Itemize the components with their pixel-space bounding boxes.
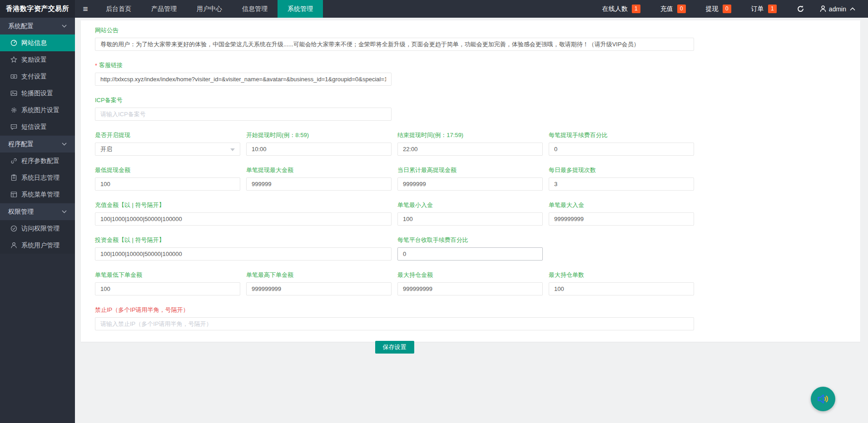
sidebar-item-site-info[interactable]: 网站信息 [0,34,75,51]
max-withdraw-per-order-input[interactable] [246,177,392,191]
stat-recharge[interactable]: 充值 0 [660,5,686,13]
field-label: 每笔提现手续费百分比 [549,131,694,139]
announcement-input[interactable] [95,38,694,51]
nav-item-info[interactable]: 信息管理 [232,0,278,18]
stat-label: 订单 [751,5,764,13]
min-withdraw-input[interactable] [95,177,240,191]
shield-check-icon [10,225,17,232]
refresh-icon[interactable] [797,5,804,13]
nav-item-system[interactable]: 系统管理 [278,0,323,18]
field-label: 开始提现时间(例：8:59) [246,131,392,139]
link-icon [10,157,17,165]
field-service-link: *客服链接 [95,61,392,86]
sidebar-item-system-logs[interactable]: 系统日志管理 [0,169,75,186]
stat-withdraw[interactable]: 提现 0 [706,5,731,13]
field-label: 每笔平台收取手续费百分比 [397,236,543,244]
sidebar-item-sms-settings[interactable]: 短信设置 [0,118,75,135]
status-badge: 0 [677,5,686,13]
field-withdraw-start-time: 开始提现时间(例：8:59) [246,131,392,156]
nav-item-users[interactable]: 用户中心 [187,0,232,18]
field-label: 最大持仓金额 [397,271,543,279]
withdraw-fee-percent-input[interactable] [549,143,694,156]
stat-online-users[interactable]: 在线人数 1 [602,5,640,13]
icp-input[interactable] [95,108,392,121]
field-label: 禁止IP（多个IP请用半角，号隔开） [95,306,694,314]
field-label: 结束提现时间(例：17:59) [397,131,543,139]
user-menu[interactable]: admin [820,5,858,13]
menu-icon[interactable]: ≡ [75,0,96,18]
field-recharge-amounts: 充值金额【以 | 符号隔开】 [95,201,392,226]
sidebar-section-permissions[interactable]: 权限管理 [0,203,75,220]
sidebar-item-carousel-settings[interactable]: 轮播图设置 [0,85,75,102]
field-label: 当日累计最高提现金额 [397,166,543,174]
status-badge: 0 [723,5,731,13]
recharge-amounts-input[interactable] [95,212,392,226]
top-navigation: 后台首页 产品管理 用户中心 信息管理 系统管理 [96,0,323,18]
sidebar-item-system-users[interactable]: 系统用户管理 [0,237,75,254]
money-icon [10,73,17,80]
stat-orders[interactable]: 订单 1 [751,5,777,13]
sidebar-item-system-images[interactable]: 系统图片设置 [0,102,75,118]
field-max-order-amount: 单笔最高下单金额 [246,271,392,295]
field-withdraw-end-time: 结束提现时间(例：17:59) [397,131,543,156]
field-label: 最低提现金额 [95,166,240,174]
max-order-amount-input[interactable] [246,282,392,295]
field-daily-withdraw-count: 每日最多提现次数 [549,166,694,191]
save-settings-button[interactable]: 保存设置 [375,341,414,354]
max-position-amount-input[interactable] [397,282,543,295]
nav-item-products[interactable]: 产品管理 [141,0,187,18]
field-forbidden-ip: 禁止IP（多个IP请用半角，号隔开） [95,306,694,330]
service-link-input[interactable] [95,73,392,86]
topbar-right: 在线人数 1 充值 0 提现 0 订单 1 admin [602,0,868,18]
invest-amounts-input[interactable] [95,247,392,261]
field-platform-fee-percent: 每笔平台收取手续费百分比 [397,236,543,261]
chevron-down-icon [62,210,67,213]
field-label: 最大持仓单数 [549,271,694,279]
forbidden-ip-input[interactable] [95,317,694,330]
status-badge: 1 [632,5,640,13]
sidebar-items: 网站信息 奖励设置 支付设置 轮播图设置 系统图片设置 短信设置 [0,34,75,135]
min-order-amount-input[interactable] [95,282,240,295]
field-max-deposit: 单笔最大入金 [549,201,694,226]
withdraw-start-time-input[interactable] [246,143,392,156]
sidebar-item-system-menus[interactable]: 系统菜单管理 [0,186,75,203]
field-label: 单笔最大入金 [549,201,694,209]
nav-item-dashboard[interactable]: 后台首页 [96,0,141,18]
field-label: 单笔提现最大金额 [246,166,392,174]
withdraw-end-time-input[interactable] [397,143,543,156]
max-deposit-input[interactable] [549,212,694,226]
gear-icon [10,107,17,114]
sidebar-item-payment-settings[interactable]: 支付设置 [0,68,75,85]
chevron-up-icon [850,7,858,11]
main-content: 网站公告 *客服链接 ICP备案号 [75,18,868,423]
platform-fee-percent-input[interactable] [397,247,543,261]
layout-icon [10,191,17,198]
sidebar-item-program-params[interactable]: 程序参数配置 [0,152,75,169]
daily-max-withdraw-input[interactable] [397,177,543,191]
field-label: ICP备案号 [95,96,392,104]
field-max-position-count: 最大持仓单数 [549,271,694,295]
audio-announcement-button[interactable] [811,387,835,411]
field-label: 单笔最高下单金额 [246,271,392,279]
comment-icon [10,123,17,131]
field-invest-amounts: 投资金额【以 | 符号隔开】 [95,236,392,261]
field-label: 投资金额【以 | 符号隔开】 [95,236,392,244]
app-title: 香港数字资产交易所 [0,0,75,18]
sidebar-item-access-permissions[interactable]: 访问权限管理 [0,220,75,237]
withdraw-enable-select[interactable]: 开启 [95,143,240,156]
sidebar-items: 程序参数配置 系统日志管理 系统菜单管理 [0,152,75,203]
field-label: 是否开启提现 [95,131,240,139]
field-site-announcement: 网站公告 [95,26,694,51]
daily-withdraw-count-input[interactable] [549,177,694,191]
sidebar-section-system-config[interactable]: 系统配置 [0,18,75,34]
sidebar: 系统配置 网站信息 奖励设置 支付设置 轮播图设置 系统图片设置 [0,18,75,423]
sidebar-section-program-config[interactable]: 程序配置 [0,136,75,152]
status-badge: 1 [768,5,777,13]
min-deposit-input[interactable] [397,212,543,226]
max-position-count-input[interactable] [549,282,694,295]
sidebar-item-reward-settings[interactable]: 奖励设置 [0,51,75,68]
field-min-withdraw: 最低提现金额 [95,166,240,191]
field-max-withdraw-per-order: 单笔提现最大金额 [246,166,392,191]
field-label: 每日最多提现次数 [549,166,694,174]
field-max-position-amount: 最大持仓金额 [397,271,543,295]
